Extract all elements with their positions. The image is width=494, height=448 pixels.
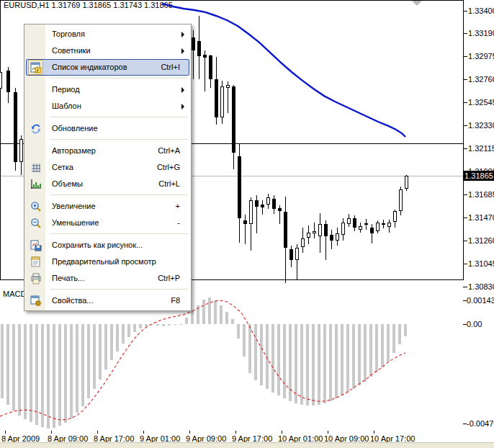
menu-item-label: Советники bbox=[52, 46, 91, 55]
price-axis-label: 1.32330 bbox=[468, 121, 494, 130]
menu-item-volumes[interactable]: ОбъемыCtrl+L bbox=[26, 176, 189, 192]
macd-histogram-bar bbox=[110, 324, 113, 360]
macd-histogram-bar bbox=[329, 324, 332, 401]
menu-item-save-as-picture[interactable]: Сохранить как рисунок... bbox=[26, 237, 189, 254]
time-axis-tick bbox=[5, 431, 6, 434]
macd-histogram-bar bbox=[341, 324, 343, 395]
menu-item-label: Предварительный просмотр bbox=[52, 257, 156, 266]
current-price-badge: 1.31865 bbox=[464, 171, 494, 181]
status-bar-edge bbox=[0, 442, 494, 448]
macd-histogram-bar bbox=[139, 324, 142, 328]
menu-item-label: Объемы bbox=[52, 179, 83, 188]
indicator-list-icon: f bbox=[30, 62, 42, 73]
macd-histogram-bar bbox=[323, 324, 326, 403]
menu-item-indicators-list[interactable]: fСписок индикаторовCtrl+I bbox=[26, 59, 189, 76]
menu-item-trading[interactable]: Торговля bbox=[26, 26, 189, 42]
time-axis-tick bbox=[374, 431, 374, 434]
menu-item-label: Период bbox=[52, 85, 80, 94]
menu-item-autosize[interactable]: АвторазмерCtrl+A bbox=[26, 143, 189, 159]
chart-context-menu: ТорговляСоветникиfСписок индикаторовCtrl… bbox=[24, 24, 192, 311]
menu-item-zoom-in[interactable]: Увеличение+ bbox=[26, 198, 189, 215]
menu-item-shortcut: Ctrl+P bbox=[158, 274, 180, 282]
menu-item-properties[interactable]: Свойства...F8 bbox=[26, 292, 189, 309]
menu-item-label: Уменьшение bbox=[52, 218, 99, 227]
macd-histogram-bar bbox=[225, 312, 228, 324]
price-axis-label: 1.33400 bbox=[468, 6, 494, 15]
macd-histogram-bar bbox=[35, 324, 38, 425]
menu-item-print[interactable]: Печать...Ctrl+P bbox=[26, 270, 189, 287]
menu-item-shortcut: Ctrl+A bbox=[158, 146, 180, 155]
macd-histogram-bar bbox=[58, 324, 61, 426]
properties-icon bbox=[30, 295, 42, 307]
macd-histogram-bar bbox=[41, 324, 44, 427]
price-axis-tick bbox=[463, 287, 467, 287]
macd-axis-tick bbox=[463, 300, 467, 301]
macd-histogram-bar bbox=[191, 311, 194, 324]
macd-histogram-bar bbox=[174, 324, 176, 325]
macd-signal-line bbox=[0, 300, 405, 420]
submenu-arrow-icon bbox=[181, 32, 184, 37]
macd-histogram-bar bbox=[133, 324, 136, 332]
macd-histogram-bar bbox=[404, 324, 407, 336]
macd-histogram-bar bbox=[151, 324, 153, 325]
menu-item-experts[interactable]: Советники bbox=[26, 42, 189, 59]
time-axis-tick bbox=[282, 431, 282, 434]
menu-separator bbox=[50, 194, 188, 195]
macd-axis-tick bbox=[463, 324, 467, 325]
menu-item-shortcut: + bbox=[176, 202, 180, 210]
macd-histogram-bar bbox=[346, 324, 349, 393]
macd-histogram-bar bbox=[214, 300, 217, 324]
menu-separator bbox=[50, 78, 188, 79]
macd-axis-label: 0.00 bbox=[467, 320, 482, 328]
price-axis-label: 1.32545 bbox=[468, 98, 494, 107]
menu-item-refresh[interactable]: Обновление bbox=[26, 120, 189, 137]
menu-item-template[interactable]: Шаблон bbox=[26, 98, 189, 115]
submenu-arrow-icon bbox=[181, 87, 184, 93]
macd-histogram-bar bbox=[312, 324, 315, 406]
macd-histogram-bar bbox=[375, 324, 378, 372]
macd-histogram-bar bbox=[104, 324, 107, 369]
menu-separator bbox=[50, 233, 188, 234]
menu-item-grid[interactable]: СеткаCtrl+G bbox=[26, 159, 189, 176]
menu-item-shortcut: Ctrl+G bbox=[157, 163, 180, 171]
macd-histogram-bar bbox=[237, 324, 240, 339]
menu-separator bbox=[50, 289, 188, 290]
macd-axis-tick bbox=[463, 424, 467, 424]
menu-item-print-preview[interactable]: Предварительный просмотр bbox=[26, 254, 189, 270]
macd-histogram-bar bbox=[168, 324, 171, 326]
menu-item-shortcut: - bbox=[177, 218, 180, 227]
macd-histogram-bar bbox=[99, 324, 102, 380]
menu-item-label: Обновление bbox=[52, 124, 98, 133]
menu-item-label: Сетка bbox=[52, 163, 73, 171]
macd-histogram-bar bbox=[12, 324, 15, 411]
macd-histogram-bar bbox=[306, 324, 309, 406]
macd-histogram-bar bbox=[202, 300, 205, 324]
macd-histogram-bar bbox=[18, 324, 21, 416]
chart-shift-marker-icon[interactable] bbox=[412, 1, 422, 6]
price-axis-label: 1.32115 bbox=[468, 144, 494, 153]
macd-histogram-bar bbox=[295, 324, 297, 403]
macd-histogram-bar bbox=[283, 324, 286, 398]
submenu-arrow-icon bbox=[181, 48, 184, 54]
price-axis-label: 1.32760 bbox=[468, 75, 494, 84]
time-axis-tick bbox=[51, 431, 52, 434]
macd-histogram-bar bbox=[369, 324, 372, 377]
menu-item-period[interactable]: Период bbox=[26, 81, 189, 98]
price-axis-label: 1.31685 bbox=[468, 190, 494, 199]
menu-separator bbox=[50, 139, 188, 140]
menu-separator bbox=[50, 117, 188, 117]
time-axis-tick bbox=[143, 431, 144, 434]
macd-histogram-bar bbox=[197, 305, 199, 324]
menu-item-label: Свойства... bbox=[52, 296, 93, 305]
menu-item-label: Увеличение bbox=[52, 202, 96, 210]
macd-histogram-bar bbox=[162, 324, 165, 326]
macd-histogram-bar bbox=[76, 324, 78, 413]
macd-histogram-bar bbox=[156, 324, 159, 326]
macd-histogram-bar bbox=[248, 324, 251, 373]
menu-item-label: Торговля bbox=[52, 30, 85, 38]
macd-histogram-bar bbox=[381, 324, 384, 367]
price-axis-label: 1.30830 bbox=[468, 282, 494, 291]
menu-item-zoom-out[interactable]: Уменьшение- bbox=[26, 215, 189, 231]
macd-histogram-bar bbox=[208, 297, 211, 324]
chart-window: EURUSD,H1 1.31769 1.31865 1.31743 1.3186… bbox=[0, 0, 494, 448]
